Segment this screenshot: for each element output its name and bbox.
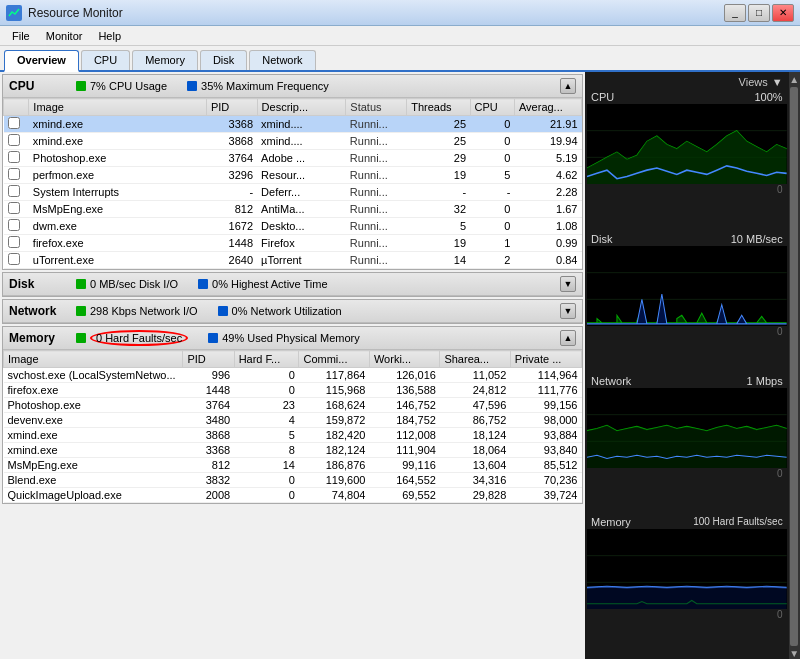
cpu-cell: 0 <box>470 116 514 133</box>
menu-file[interactable]: File <box>4 28 38 44</box>
cpu-row-checkbox[interactable] <box>8 134 20 146</box>
mem-col-shareable[interactable]: Sharea... <box>440 351 510 368</box>
memory-table-row[interactable]: svchost.exe (LocalSystemNetwo...9960117,… <box>4 368 582 383</box>
cpu-row-checkbox[interactable] <box>8 151 20 163</box>
cpu-cell[interactable] <box>4 184 29 201</box>
menu-help[interactable]: Help <box>90 28 129 44</box>
cpu-cell: perfmon.exe <box>29 167 207 184</box>
right-scrollbar[interactable]: ▲ ▼ <box>789 72 800 659</box>
cpu-cell[interactable] <box>4 252 29 269</box>
cpu-cell[interactable] <box>4 218 29 235</box>
disk-stat2: 0% Highest Active Time <box>198 278 328 290</box>
cpu-row-checkbox[interactable] <box>8 117 20 129</box>
cpu-row-checkbox[interactable] <box>8 202 20 214</box>
memory-table-row[interactable]: Blend.exe38320119,600164,55234,31670,236 <box>4 473 582 488</box>
memory-table-row[interactable]: devenv.exe34804159,872184,75286,75298,00… <box>4 413 582 428</box>
tab-memory[interactable]: Memory <box>132 50 198 70</box>
cpu-table-row[interactable]: Photoshop.exe3764Adobe ...Runni...2905.1… <box>4 150 582 167</box>
cpu-col-check[interactable] <box>4 99 29 116</box>
memory-cell: 1448 <box>183 383 234 398</box>
cpu-col-cpu[interactable]: CPU <box>470 99 514 116</box>
cpu-table-row[interactable]: MsMpEng.exe812AntiMa...Runni...3201.67 <box>4 201 582 218</box>
cpu-col-status[interactable]: Status <box>346 99 407 116</box>
mem-col-private[interactable]: Private ... <box>510 351 581 368</box>
tab-disk[interactable]: Disk <box>200 50 247 70</box>
cpu-row-checkbox[interactable] <box>8 168 20 180</box>
memory-cell: firefox.exe <box>4 383 183 398</box>
maximize-button[interactable]: □ <box>748 4 770 22</box>
cpu-cell[interactable] <box>4 116 29 133</box>
views-dropdown-icon[interactable]: ▼ <box>772 76 783 88</box>
right-scroll-down[interactable]: ▼ <box>789 648 799 659</box>
tab-network[interactable]: Network <box>249 50 315 70</box>
right-scroll-thumb[interactable] <box>790 87 798 646</box>
cpu-graph-label-row: CPU 100% <box>587 90 787 104</box>
cpu-cell: - <box>407 184 470 201</box>
menu-bar: File Monitor Help <box>0 26 800 46</box>
disk-expand-button[interactable]: ▼ <box>560 276 576 292</box>
mem-col-image[interactable]: Image <box>4 351 183 368</box>
memory-table-row[interactable]: MsMpEng.exe81214186,87699,11613,60485,51… <box>4 458 582 473</box>
mem-col-working[interactable]: Worki... <box>369 351 439 368</box>
network-expand-button[interactable]: ▼ <box>560 303 576 319</box>
disk-graph-section: Disk 10 MB/sec 0 <box>587 232 787 372</box>
memory-expand-button[interactable]: ▲ <box>560 330 576 346</box>
memory-table-row[interactable]: firefox.exe14480115,968136,58824,812111,… <box>4 383 582 398</box>
cpu-cell: 25 <box>407 133 470 150</box>
left-panel[interactable]: CPU 7% CPU Usage 35% Maximum Frequency ▲ <box>0 72 585 659</box>
cpu-graph-min: 0 <box>587 184 787 195</box>
cpu-col-pid[interactable]: PID <box>206 99 257 116</box>
cpu-col-threads[interactable]: Threads <box>407 99 470 116</box>
cpu-row-checkbox[interactable] <box>8 219 20 231</box>
cpu-table-wrapper: Image PID Descrip... Status Threads CPU … <box>3 98 582 269</box>
memory-cell: 996 <box>183 368 234 383</box>
cpu-cell[interactable] <box>4 201 29 218</box>
cpu-cell[interactable] <box>4 133 29 150</box>
minimize-button[interactable]: _ <box>724 4 746 22</box>
memory-table-row[interactable]: xmind.exe33688182,124111,90418,06493,840 <box>4 443 582 458</box>
cpu-col-avg[interactable]: Averag... <box>514 99 581 116</box>
mem-col-hard[interactable]: Hard F... <box>234 351 299 368</box>
cpu-row-checkbox[interactable] <box>8 236 20 248</box>
memory-cell: 74,804 <box>299 488 369 503</box>
network-title: Network <box>9 304 64 318</box>
cpu-cell[interactable] <box>4 235 29 252</box>
cpu-cell[interactable] <box>4 150 29 167</box>
cpu-cell: Deferr... <box>257 184 346 201</box>
cpu-table-row[interactable]: dwm.exe1672Deskto...Runni...501.08 <box>4 218 582 235</box>
cpu-table-row[interactable]: xmind.exe3368xmind....Runni...25021.91 <box>4 116 582 133</box>
cpu-table-row[interactable]: uTorrent.exe2640µTorrentRunni...1420.84 <box>4 252 582 269</box>
cpu-table-row[interactable]: perfmon.exe3296Resour...Runni...1954.62 <box>4 167 582 184</box>
tab-overview[interactable]: Overview <box>4 50 79 72</box>
memory-cell: 13,604 <box>440 458 510 473</box>
cpu-col-image[interactable]: Image <box>29 99 207 116</box>
memory-table-row[interactable]: Photoshop.exe376423168,624146,75247,5969… <box>4 398 582 413</box>
cpu-cell[interactable] <box>4 167 29 184</box>
cpu-table-row[interactable]: firefox.exe1448FirefoxRunni...1910.99 <box>4 235 582 252</box>
memory-graph-title: Memory <box>591 516 631 528</box>
disk-stat2-dot <box>198 279 208 289</box>
mem-col-commit[interactable]: Commi... <box>299 351 369 368</box>
cpu-row-checkbox[interactable] <box>8 185 20 197</box>
right-scroll-up[interactable]: ▲ <box>789 74 799 85</box>
network-section-header[interactable]: Network 298 Kbps Network I/O 0% Network … <box>3 300 582 323</box>
memory-table-row[interactable]: xmind.exe38685182,420112,00818,12493,884 <box>4 428 582 443</box>
network-stat1-label: 298 Kbps Network I/O <box>90 305 198 317</box>
disk-section-header[interactable]: Disk 0 MB/sec Disk I/O 0% Highest Active… <box>3 273 582 296</box>
cpu-cell: Resour... <box>257 167 346 184</box>
tab-cpu[interactable]: CPU <box>81 50 130 70</box>
disk-graph-title: Disk <box>591 233 612 245</box>
memory-table-row[interactable]: QuickImageUpload.exe2008074,80469,55229,… <box>4 488 582 503</box>
cpu-col-desc[interactable]: Descrip... <box>257 99 346 116</box>
cpu-cell: dwm.exe <box>29 218 207 235</box>
memory-section-header[interactable]: Memory 0 Hard Faults/sec 49% Used Physic… <box>3 327 582 350</box>
mem-col-pid[interactable]: PID <box>183 351 234 368</box>
close-button[interactable]: ✕ <box>772 4 794 22</box>
cpu-row-checkbox[interactable] <box>8 253 20 265</box>
cpu-table-row[interactable]: System Interrupts-Deferr...Runni...--2.2… <box>4 184 582 201</box>
svg-marker-17 <box>587 587 787 609</box>
menu-monitor[interactable]: Monitor <box>38 28 91 44</box>
cpu-section-header[interactable]: CPU 7% CPU Usage 35% Maximum Frequency ▲ <box>3 75 582 98</box>
cpu-expand-button[interactable]: ▲ <box>560 78 576 94</box>
cpu-table-row[interactable]: xmind.exe3868xmind....Runni...25019.94 <box>4 133 582 150</box>
